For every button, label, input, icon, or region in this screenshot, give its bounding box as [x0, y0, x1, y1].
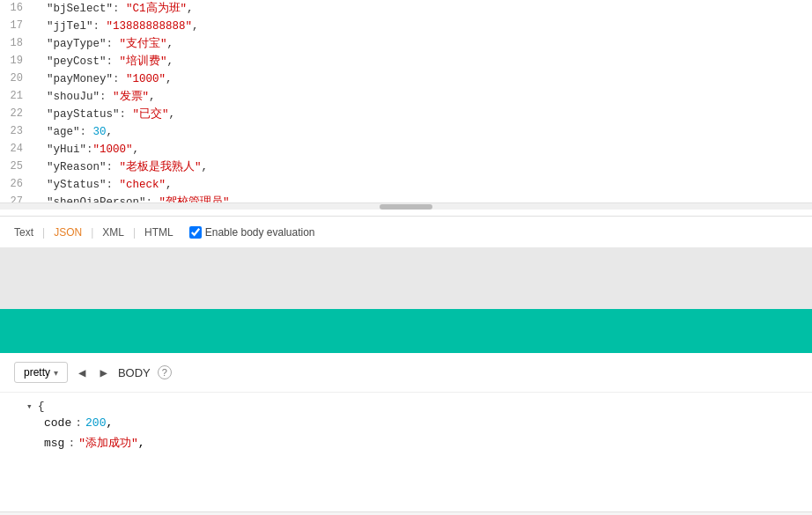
tab-xml[interactable]: XML	[99, 223, 128, 242]
line-content: "age": 30,	[33, 123, 805, 141]
line-content: "yHui":"1000",	[33, 141, 805, 158]
body-label: BODY	[118, 366, 151, 379]
line-number: 24	[7, 141, 33, 158]
line-content: "peyCost": "培训费",	[33, 53, 805, 70]
scrollbar-area[interactable]	[0, 202, 812, 210]
chevron-down-icon: ▾	[54, 368, 58, 378]
line-number: 18	[7, 35, 33, 52]
line-number: 23	[7, 123, 33, 140]
line-content: "payType": "支付宝",	[33, 35, 805, 53]
line-content: "shenQiaPerson": "驾校管理员",	[33, 194, 805, 202]
code-line: 19 "peyCost": "培训费",	[0, 53, 812, 70]
prop-comma-msg: ,	[138, 433, 145, 453]
line-content: "yStatus": "check",	[33, 176, 805, 194]
prop-key-msg: msg	[44, 433, 64, 453]
tab-json[interactable]: JSON	[50, 223, 85, 242]
line-number: 22	[7, 106, 33, 122]
prop-line-msg: msg : "添加成功",	[26, 433, 786, 453]
code-line: 25 "yReason": "老板是我熟人",	[0, 158, 812, 176]
line-number: 25	[7, 158, 33, 175]
enable-body-eval-text: Enable body evaluation	[205, 226, 315, 239]
code-line: 21 "shouJu": "发票",	[0, 88, 812, 106]
code-line: 22 "payStatus": "已交",	[0, 106, 812, 123]
line-content: "jjTel": "13888888888",	[33, 18, 805, 35]
prop-colon-msg: :	[68, 433, 75, 453]
brace-open: {	[38, 400, 45, 413]
prop-colon-code: :	[75, 413, 82, 433]
prop-comma-code: ,	[106, 413, 113, 433]
code-line: 27 "shenQiaPerson": "驾校管理员",	[0, 194, 812, 202]
code-line: 17 "jjTel": "13888888888",	[0, 18, 812, 35]
help-icon[interactable]: ?	[158, 365, 172, 379]
toolbar: Text | JSON | XML | HTML Enable body eva…	[0, 216, 812, 247]
enable-body-eval-label[interactable]: Enable body evaluation	[189, 226, 315, 239]
tab-html[interactable]: HTML	[141, 223, 177, 242]
line-number: 26	[7, 176, 33, 193]
line-content: "payStatus": "已交",	[33, 106, 805, 123]
code-line: 26 "yStatus": "check",	[0, 176, 812, 194]
nav-right-arrow[interactable]: ▶	[96, 364, 110, 382]
teal-section	[0, 309, 812, 353]
separator-2: |	[91, 226, 93, 239]
code-area[interactable]: 16 "bjSelect": "C1高为班",17 "jjTel": "1388…	[0, 0, 812, 202]
code-line: 23 "age": 30,	[0, 123, 812, 141]
code-line: 24 "yHui":"1000",	[0, 141, 812, 158]
prop-line-code: code : 200,	[26, 413, 786, 433]
prop-val-code: 200	[85, 413, 106, 433]
line-content: "yReason": "老板是我熟人",	[33, 158, 805, 176]
line-content: "shouJu": "发票",	[33, 88, 805, 106]
status-bar: max-age=0, must-revalidate	[0, 511, 812, 515]
line-number: 17	[7, 18, 33, 34]
line-number: 27	[7, 194, 33, 202]
prop-val-msg: "添加成功"	[78, 433, 138, 453]
grey-section	[0, 247, 812, 309]
brace-open-line: ▾ {	[26, 400, 786, 413]
line-content: "bjSelect": "C1高为班",	[33, 0, 805, 18]
response-body: ▾ { code : 200, msg : "添加成功",	[0, 393, 812, 461]
bottom-toolbar: pretty ▾ ◀ ▶ BODY ?	[0, 353, 812, 393]
line-number: 20	[7, 70, 33, 87]
enable-body-eval-checkbox[interactable]	[189, 226, 202, 239]
separator-1: |	[42, 226, 45, 239]
line-number: 21	[7, 88, 33, 105]
collapse-arrow-icon[interactable]: ▾	[26, 401, 33, 412]
pretty-button[interactable]: pretty ▾	[14, 362, 68, 383]
separator-3: |	[133, 226, 136, 239]
pretty-label: pretty	[24, 366, 50, 379]
prop-key-code: code	[44, 413, 71, 433]
scrollbar-thumb	[380, 204, 432, 210]
line-number: 16	[7, 0, 33, 17]
code-line: 18 "payType": "支付宝",	[0, 35, 812, 53]
top-section: 16 "bjSelect": "C1高为班",17 "jjTel": "1388…	[0, 0, 812, 216]
code-line: 16 "bjSelect": "C1高为班",	[0, 0, 812, 18]
tab-text[interactable]: Text	[11, 223, 37, 242]
nav-left-arrow[interactable]: ◀	[75, 364, 89, 382]
line-number: 19	[7, 53, 33, 70]
code-line: 20 "payMoney": "1000",	[0, 70, 812, 88]
bottom-section: pretty ▾ ◀ ▶ BODY ? ▾ { code : 200, msg …	[0, 353, 812, 511]
line-content: "payMoney": "1000",	[33, 70, 805, 88]
